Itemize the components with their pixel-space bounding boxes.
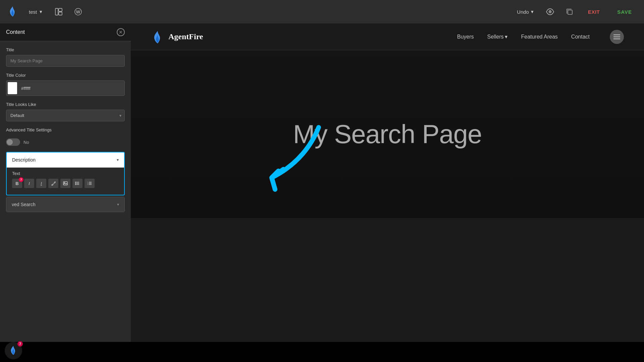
ordered-list-button[interactable]: 1. 2. 3. (85, 179, 95, 188)
chevron-down-icon-saved: ▾ (117, 202, 119, 207)
site-logo-text: AgentFire (168, 32, 203, 41)
svg-point-15 (75, 184, 76, 185)
panel-title: Content (6, 29, 25, 35)
title-looks-like-label: Title Looks Like (6, 102, 125, 107)
hero-section: My Search Page (131, 50, 644, 218)
svg-text:3.: 3. (88, 184, 89, 185)
svg-point-6 (550, 11, 550, 12)
undo-button[interactable]: Undo ▾ (514, 7, 537, 17)
top-toolbar: test ▾ W Undo ▾ EXIT SAVE (0, 0, 644, 23)
dropdown-label: test (29, 9, 37, 15)
svg-rect-2 (59, 12, 62, 15)
description-label: Description (12, 157, 36, 163)
svg-point-14 (75, 183, 76, 184)
wordpress-icon-btn[interactable]: W (72, 5, 85, 18)
content-panel: Content ✕ Title Title Color Title Lo (0, 23, 131, 362)
clone-icon-btn[interactable] (563, 5, 576, 18)
italic-underline-button[interactable]: I (36, 179, 46, 188)
link-button[interactable] (48, 179, 58, 188)
nav-buyers[interactable]: Buyers (457, 34, 474, 40)
nav-hamburger[interactable] (610, 30, 624, 44)
test-dropdown[interactable]: test ▾ (25, 7, 46, 17)
title-looks-like-select[interactable]: Default H1 H2 H3 (6, 110, 125, 121)
description-accordion-header[interactable]: Description ▾ (7, 153, 124, 167)
title-color-label: Title Color (6, 73, 125, 78)
toolbar-logo[interactable] (7, 6, 19, 18)
title-color-field-group: Title Color (6, 73, 125, 96)
svg-point-13 (75, 182, 76, 183)
text-label: Text (12, 171, 119, 176)
chevron-down-icon-description: ▾ (117, 158, 119, 162)
title-looks-like-field-group: Title Looks Like Default H1 H2 H3 ▾ (6, 102, 125, 121)
title-input[interactable] (6, 55, 125, 67)
title-label: Title (6, 47, 125, 52)
svg-rect-0 (55, 8, 58, 15)
bold-badge: 7 (19, 177, 23, 182)
panel-header: Content ✕ (0, 23, 131, 41)
nav-contact[interactable]: Contact (571, 34, 590, 40)
editor-toolbar: B 7 I I (12, 179, 119, 188)
description-content: Text B 7 I I (7, 167, 124, 195)
main-area: Content ✕ Title Title Color Title Lo (0, 23, 644, 362)
exit-button[interactable]: EXIT (583, 7, 605, 17)
svg-rect-7 (568, 10, 572, 14)
advanced-toggle[interactable] (6, 138, 20, 146)
save-button[interactable]: SAVE (612, 7, 637, 17)
eye-icon-btn[interactable] (544, 5, 556, 18)
layout-icon-btn[interactable] (52, 5, 65, 18)
advanced-settings-row: Advanced Title Settings (6, 127, 125, 132)
undo-label: Undo (517, 9, 529, 15)
image-button[interactable] (60, 179, 70, 188)
svg-text:W: W (76, 9, 80, 14)
panel-body: Title Title Color Title Looks Like Defau… (0, 41, 131, 220)
hero-title: My Search Page (293, 119, 482, 149)
advanced-title-label: Advanced Title Settings (6, 127, 52, 132)
italic-button[interactable]: I (24, 179, 34, 188)
svg-rect-8 (63, 182, 67, 185)
toggle-off-label: No (23, 140, 29, 145)
chevron-down-icon-undo: ▾ (531, 9, 534, 15)
saved-search-accordion[interactable]: ved Search ▾ (6, 197, 125, 212)
site-nav: AgentFire Buyers Sellers ▾ Featured Area… (131, 23, 644, 50)
nav-sellers[interactable]: Sellers ▾ (487, 34, 508, 40)
description-accordion[interactable]: Description ▾ Text B 7 I I (6, 152, 125, 195)
color-value-input[interactable] (18, 83, 124, 94)
chevron-down-icon-nav: ▾ (505, 34, 507, 40)
site-nav-links: Buyers Sellers ▾ Featured Areas Contact (457, 30, 624, 44)
toggle-row: No (6, 138, 125, 146)
title-field-group: Title (6, 47, 125, 67)
close-icon: ✕ (119, 29, 123, 35)
bold-button[interactable]: B 7 (12, 179, 22, 188)
black-bar-bottom (0, 342, 644, 362)
svg-rect-1 (59, 8, 62, 11)
nav-featured-areas[interactable]: Featured Areas (521, 34, 557, 40)
panel-close-button[interactable]: ✕ (117, 28, 125, 36)
chevron-down-icon: ▾ (40, 9, 42, 15)
toggle-knob (7, 139, 13, 145)
color-input-row[interactable] (6, 80, 125, 96)
notification-badge: 7 (17, 341, 23, 347)
bottom-logo[interactable]: 7 (5, 342, 22, 359)
site-logo-area: AgentFire (151, 30, 203, 44)
site-logo-icon (151, 30, 164, 44)
list-button[interactable] (72, 179, 83, 188)
title-looks-like-select-wrapper: Default H1 H2 H3 ▾ (6, 110, 125, 121)
color-swatch (8, 82, 17, 94)
saved-search-header[interactable]: ved Search ▾ (6, 197, 124, 212)
page-preview: AgentFire Buyers Sellers ▾ Featured Area… (131, 23, 644, 362)
saved-search-label: ved Search (12, 202, 36, 207)
